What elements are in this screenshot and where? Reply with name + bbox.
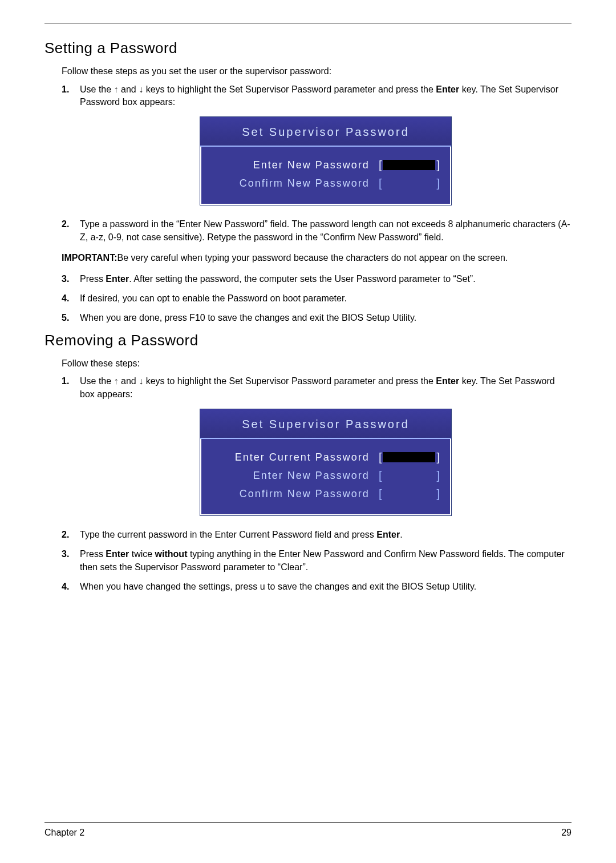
bios-input[interactable] <box>383 470 435 481</box>
step-number: 5. <box>62 312 69 324</box>
bios-row-enter-new: Enter New Password [] <box>210 157 441 173</box>
important-note: IMPORTANT:Be very careful when typing yo… <box>62 252 572 264</box>
step-text: Type a password in the “Enter New Passwo… <box>80 219 570 241</box>
step-number: 2. <box>62 218 69 231</box>
heading-setting-password: Setting a Password <box>44 39 572 57</box>
footer-page-number: 29 <box>561 828 572 838</box>
right-bracket-icon: ] <box>435 175 441 191</box>
bios-row-confirm-new: Confirm New Password [] <box>210 486 441 502</box>
left-bracket-icon: [ <box>378 467 383 483</box>
step-text: When you are done, press F10 to save the… <box>80 313 416 322</box>
down-arrow-icon: ↓ <box>139 376 143 386</box>
step-text: If desired, you can opt to enable the Pa… <box>80 293 347 303</box>
heading-removing-password: Removing a Password <box>44 332 572 349</box>
right-bracket-icon: ] <box>435 157 441 173</box>
footer-chapter: Chapter 2 <box>44 828 84 838</box>
step-number: 4. <box>62 580 69 593</box>
document-page: Setting a Password Follow these steps as… <box>0 0 616 863</box>
up-arrow-icon: ↑ <box>114 376 119 386</box>
footer-horizontal-rule <box>44 822 572 823</box>
step-number: 2. <box>62 529 69 541</box>
removing-step-2: 2. Type the current password in the Ente… <box>62 529 572 541</box>
important-label: IMPORTANT: <box>62 253 117 263</box>
bios-row-enter-new: Enter New Password [] <box>210 467 441 483</box>
setting-step-3: 3. Press Enter. After setting the passwo… <box>62 273 572 285</box>
bios-dialog-remove-password: Set Supervisor Password Enter Current Pa… <box>200 409 452 516</box>
bios-dialog-title: Set Supervisor Password <box>200 409 451 439</box>
bios-input[interactable] <box>383 178 435 188</box>
step-number: 1. <box>62 83 69 96</box>
setting-intro: Follow these steps as you set the user o… <box>62 65 572 78</box>
left-bracket-icon: [ <box>378 449 383 465</box>
removing-step-4: 4. When you have changed the settings, p… <box>62 580 572 593</box>
bios-row-confirm-new: Confirm New Password [] <box>210 175 441 191</box>
removing-intro: Follow these steps: <box>62 357 572 370</box>
setting-step-1: 1. Use the ↑ and ↓ keys to highlight the… <box>62 83 572 206</box>
step-text: When you have changed the settings, pres… <box>80 582 476 591</box>
step-number: 1. <box>62 375 69 388</box>
important-text: Be very careful when typing your passwor… <box>117 253 508 263</box>
bios-dialog-body: Enter New Password [] Confirm New Passwo… <box>200 147 451 205</box>
step-text: Press Enter twice without typing anythin… <box>80 549 565 571</box>
top-horizontal-rule <box>44 23 572 23</box>
left-bracket-icon: [ <box>378 175 383 191</box>
step-text: Use the ↑ and ↓ keys to highlight the Se… <box>80 84 558 107</box>
bios-label: Confirm New Password <box>210 176 370 191</box>
setting-step-4: 4. If desired, you can opt to enable the… <box>62 292 572 305</box>
up-arrow-icon: ↑ <box>114 84 119 94</box>
right-bracket-icon: ] <box>435 486 441 502</box>
bios-row-enter-current: Enter Current Password [] <box>210 449 441 465</box>
bios-field: [] <box>378 175 441 191</box>
removing-steps-list: 1. Use the ↑ and ↓ keys to highlight the… <box>62 375 572 593</box>
bios-field: [] <box>378 467 441 483</box>
step-text: Press Enter. After setting the password,… <box>80 274 476 284</box>
bios-input[interactable] <box>383 489 435 499</box>
left-bracket-icon: [ <box>378 486 383 502</box>
bios-dialog-title: Set Supervisor Password <box>200 117 451 147</box>
bios-field: [] <box>378 157 441 173</box>
bios-dialog-body: Enter Current Password [] Enter New Pass… <box>200 439 451 515</box>
down-arrow-icon: ↓ <box>139 84 143 94</box>
bios-field: [] <box>378 449 441 465</box>
setting-step-5: 5. When you are done, press F10 to save … <box>62 312 572 324</box>
step-number: 3. <box>62 273 69 285</box>
bios-label: Confirm New Password <box>210 487 370 501</box>
bios-label: Enter New Password <box>210 469 370 483</box>
right-bracket-icon: ] <box>435 467 441 483</box>
bios-dialog-set-password: Set Supervisor Password Enter New Passwo… <box>200 116 452 205</box>
bios-label: Enter New Password <box>210 158 370 172</box>
removing-step-3: 3. Press Enter twice without typing anyt… <box>62 548 572 574</box>
bios-label: Enter Current Password <box>210 450 370 465</box>
setting-steps-list: 1. Use the ↑ and ↓ keys to highlight the… <box>62 83 572 244</box>
right-bracket-icon: ] <box>435 449 441 465</box>
step-number: 4. <box>62 292 69 305</box>
step-number: 3. <box>62 548 69 560</box>
setting-steps-list-cont: 3. Press Enter. After setting the passwo… <box>62 273 572 325</box>
bios-input-active[interactable] <box>383 160 435 170</box>
bios-input-active[interactable] <box>383 452 435 462</box>
left-bracket-icon: [ <box>378 157 383 173</box>
bios-field: [] <box>378 486 441 502</box>
step-text: Type the current password in the Enter C… <box>80 530 403 539</box>
removing-step-1: 1. Use the ↑ and ↓ keys to highlight the… <box>62 375 572 516</box>
setting-step-2: 2. Type a password in the “Enter New Pas… <box>62 218 572 244</box>
step-text: Use the ↑ and ↓ keys to highlight the Se… <box>80 376 555 398</box>
